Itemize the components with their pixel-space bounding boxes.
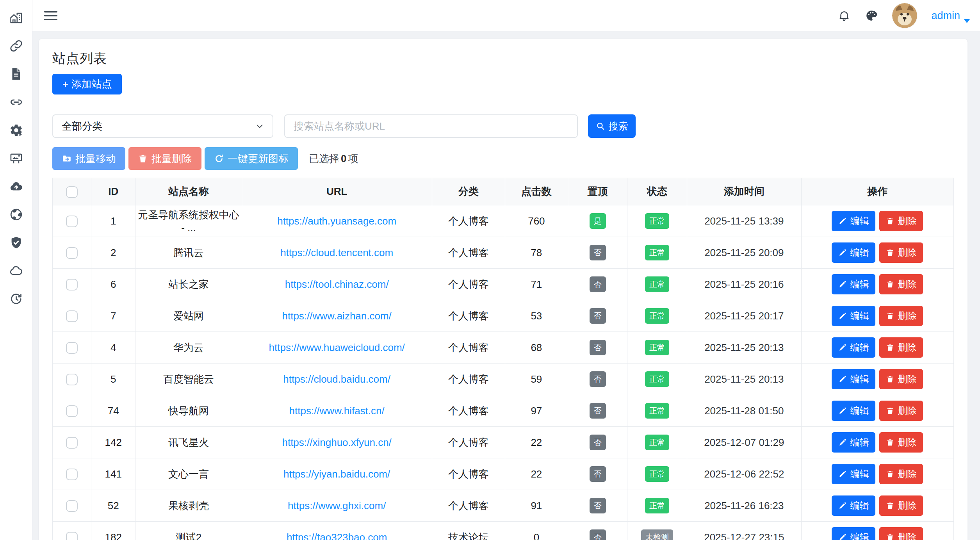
user-menu[interactable]: admin [931, 10, 970, 22]
site-list-card: 站点列表 + 添加站点 全部分类 搜索 批量移动 批量删除 [39, 39, 968, 540]
edit-button[interactable]: 编辑 [832, 242, 875, 263]
sidebar-item-3[interactable] [0, 60, 32, 88]
edit-button[interactable]: 编辑 [832, 306, 875, 326]
added-time: 2025-12-06 22:52 [687, 458, 801, 490]
row-checkbox[interactable] [66, 532, 78, 540]
category-filter-select[interactable]: 全部分类 [52, 114, 273, 138]
row-checkbox[interactable] [66, 405, 78, 417]
row-checkbox[interactable] [66, 310, 78, 322]
delete-button[interactable]: 删除 [879, 464, 923, 484]
site-url-link[interactable]: https://cloud.baidu.com/ [283, 373, 390, 385]
edit-button[interactable]: 编辑 [832, 401, 875, 421]
edit-icon [838, 375, 847, 383]
search-button[interactable]: 搜索 [588, 114, 636, 138]
delete-button[interactable]: 删除 [879, 274, 923, 294]
delete-button[interactable]: 删除 [879, 211, 923, 231]
site-url-link[interactable]: https://tool.chinaz.com/ [285, 278, 389, 290]
site-url-link[interactable]: https://www.ghxi.com/ [288, 500, 386, 511]
site-id: 5 [91, 364, 135, 395]
edit-button[interactable]: 编辑 [832, 432, 875, 453]
status-badge: 正常 [645, 340, 669, 355]
update-icons-button[interactable]: 一键更新图标 [205, 147, 298, 170]
delete-button[interactable]: 删除 [879, 369, 923, 389]
avatar-image [892, 3, 917, 28]
site-id: 74 [91, 395, 135, 427]
row-checkbox[interactable] [66, 437, 78, 449]
site-name: 测试2 [135, 522, 242, 540]
batch-move-button[interactable]: 批量移动 [52, 147, 125, 170]
gear-icon [9, 123, 23, 137]
site-url-link[interactable]: https://cloud.tencent.com [280, 247, 393, 258]
sidebar-item-6[interactable] [0, 144, 32, 172]
edit-button[interactable]: 编辑 [832, 464, 875, 484]
add-site-button[interactable]: + 添加站点 [52, 74, 122, 94]
chain-icon [9, 95, 23, 109]
sidebar-item-5[interactable] [0, 116, 32, 144]
site-name: 站长之家 [135, 269, 242, 300]
sidebar-item-7[interactable] [0, 172, 32, 200]
row-checkbox[interactable] [66, 247, 78, 259]
selected-count-text: 已选择0项 [309, 152, 358, 166]
edit-button[interactable]: 编辑 [832, 527, 875, 540]
sidebar-item-4[interactable] [0, 88, 32, 116]
row-checkbox[interactable] [66, 500, 78, 512]
delete-button[interactable]: 删除 [879, 432, 923, 453]
delete-button[interactable]: 删除 [879, 306, 923, 326]
select-all-checkbox[interactable] [66, 186, 78, 198]
chevron-down-icon [964, 14, 970, 18]
row-checkbox[interactable] [66, 342, 78, 354]
site-clicks: 22 [505, 458, 568, 490]
site-url-link[interactable]: https://www.huaweicloud.com/ [269, 342, 405, 353]
trash-icon [886, 501, 894, 510]
edit-button[interactable]: 编辑 [832, 274, 875, 294]
sidebar-item-8[interactable] [0, 200, 32, 228]
edit-icon [838, 406, 847, 415]
delete-button[interactable]: 删除 [879, 495, 923, 516]
site-url-link[interactable]: https://xinghuo.xfyun.cn/ [282, 437, 391, 448]
edit-icon [838, 501, 847, 510]
sidebar-item-1[interactable] [0, 4, 32, 32]
chevron-down-icon [255, 121, 265, 131]
added-time: 2025-11-25 20:09 [687, 237, 801, 269]
edit-button[interactable]: 编辑 [832, 211, 875, 231]
site-url-link[interactable]: https://www.hifast.cn/ [289, 405, 385, 417]
cloud-icon [9, 264, 23, 278]
cloud-upload-icon [9, 179, 23, 194]
site-category: 个人博客 [432, 490, 505, 522]
delete-button[interactable]: 删除 [879, 242, 923, 263]
notification-bell-icon[interactable] [837, 9, 851, 22]
site-category: 个人博客 [432, 458, 505, 490]
user-avatar[interactable] [892, 3, 917, 28]
edit-button[interactable]: 编辑 [832, 369, 875, 389]
site-url-link[interactable]: https://tao323bao.com [287, 531, 387, 540]
delete-button[interactable]: 删除 [879, 337, 923, 358]
edit-button[interactable]: 编辑 [832, 337, 875, 358]
sidebar-item-10[interactable] [0, 257, 32, 285]
edit-button[interactable]: 编辑 [832, 495, 875, 516]
pinned-badge: 否 [590, 340, 606, 355]
site-id: 141 [91, 458, 135, 490]
batch-delete-button[interactable]: 批量删除 [128, 147, 201, 170]
delete-button[interactable]: 删除 [879, 401, 923, 421]
theme-palette-icon[interactable] [865, 9, 878, 22]
delete-button[interactable]: 删除 [879, 527, 923, 540]
added-time: 2025-11-26 16:23 [687, 490, 801, 522]
sidebar-item-9[interactable] [0, 228, 32, 257]
sidebar-item-11[interactable] [0, 285, 32, 313]
site-url-link[interactable]: https://yiyan.baidu.com/ [283, 468, 390, 480]
status-badge: 正常 [645, 276, 669, 292]
site-category: 个人博客 [432, 427, 505, 458]
sidebar-item-2[interactable] [0, 32, 32, 60]
row-checkbox[interactable] [66, 216, 78, 227]
site-id: 142 [91, 427, 135, 458]
row-checkbox[interactable] [66, 279, 78, 290]
menu-toggle-button[interactable] [43, 9, 58, 22]
site-url-link[interactable]: https://www.aizhan.com/ [282, 310, 391, 322]
search-input[interactable] [284, 114, 578, 138]
category-filter-value: 全部分类 [62, 119, 102, 133]
refresh-icon [214, 153, 224, 164]
row-checkbox[interactable] [66, 374, 78, 385]
site-url-link[interactable]: https://auth.yuansage.com [277, 215, 396, 227]
row-checkbox[interactable] [66, 469, 78, 480]
site-name: 讯飞星火 [135, 427, 242, 458]
